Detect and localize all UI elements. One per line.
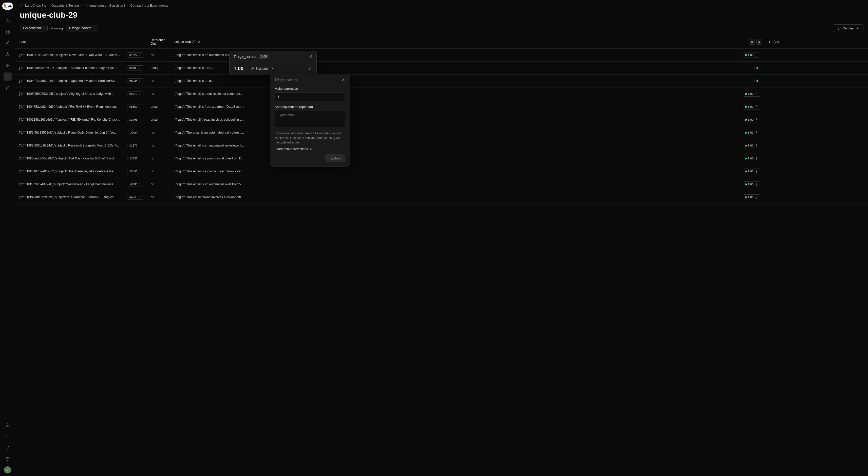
status-dot-icon [756, 80, 758, 82]
more-icon[interactable]: ⋮ [755, 105, 758, 109]
input-text: {"id":"18ff8ceddb5b3a9d","subject":"Get … [19, 157, 125, 160]
hash-chip[interactable]: #b35e [127, 104, 144, 109]
nav-datasets-icon[interactable] [4, 72, 12, 81]
explanation-textarea[interactable] [275, 111, 345, 127]
column-header-input[interactable]: Input [15, 35, 147, 49]
reference-cell: no [147, 191, 171, 204]
more-icon[interactable]: ⋮ [755, 53, 758, 57]
hash-chip[interactable]: #3d96 [127, 169, 144, 174]
popover-title: Triage_correct [275, 78, 298, 82]
experiment-output: {"logic":"The email is an automated dail… [175, 131, 740, 134]
more-icon[interactable]: ⋮ [755, 170, 758, 173]
input-text: {"id":"1904c73ba96ab4ae","subject":"Upda… [19, 79, 125, 83]
input-text: {"id":"190116bc263c6e6e","subject":"RE: … [19, 118, 125, 121]
nav-play-icon[interactable] [4, 50, 12, 58]
score-chip[interactable]: 1.00⋮ [743, 130, 760, 135]
display-button[interactable]: Display [833, 24, 863, 32]
hash-chip[interactable]: #1633 [127, 156, 144, 161]
score-chip[interactable] [754, 79, 760, 83]
input-text: {"id":"18ff5b3cf24d89af","subject":"Verc… [19, 182, 125, 186]
table-row[interactable]: {"id":"190505f993931f05","subject":"Alig… [15, 87, 868, 100]
theme-toggle-icon[interactable] [4, 421, 12, 429]
update-button[interactable]: Update [325, 154, 345, 162]
score-chip[interactable]: 1.00⋮ [743, 156, 760, 161]
close-icon[interactable]: ✕ [342, 78, 345, 82]
expand-icon[interactable] [756, 39, 762, 44]
svg-point-12 [251, 67, 253, 70]
score-chip[interactable]: 1.00⋮ [743, 169, 760, 174]
score-chip[interactable]: 1.00⋮ [743, 91, 760, 96]
breadcrumb-item[interactable]: Datasets & Testing [52, 4, 79, 7]
globe-icon[interactable] [4, 455, 12, 463]
hash-chip[interactable]: #5412 [127, 91, 144, 96]
nav-rocket-icon[interactable] [4, 61, 12, 69]
table-row[interactable]: {"id":"18ff318759e9d777","subject":"Re: … [15, 165, 868, 178]
experiment-output: {"logic":"This email is a notification o… [175, 92, 740, 95]
explanation-label: Add explanation (optional) [275, 105, 345, 109]
hash-chip[interactable]: #b93b [127, 78, 144, 83]
more-icon[interactable]: ⋮ [755, 157, 758, 160]
score-chip[interactable]: 1.00⋮ [743, 117, 760, 122]
table-row[interactable]: {"id":"19049f1900321fd9","subject":"New … [15, 49, 868, 62]
input-text: {"id":"18ff2f653c16234d","subject":"Rese… [19, 144, 125, 147]
avatar[interactable]: L [4, 466, 11, 473]
nav-home-icon[interactable] [4, 17, 12, 25]
nav-pen-icon[interactable] [4, 39, 12, 47]
experiment-output: {"logic":"This email is a cold outreach … [175, 170, 740, 173]
more-icon[interactable]: ⋮ [755, 118, 758, 121]
hash-chip[interactable]: #2496 [127, 117, 144, 122]
table-row[interactable]: {"id":"18ff5b3cf24d89af","subject":"Verc… [15, 178, 868, 191]
experiment-filter-chip[interactable]: 1 experiment [20, 25, 48, 31]
table-row[interactable]: {"id":"18ff2f96c13552e8","subject":"Ramp… [15, 126, 868, 139]
hash-chip[interactable]: #1170 [127, 143, 144, 148]
input-text: {"id":"19049f1900321fd9","subject":"New … [19, 53, 125, 57]
hash-chip[interactable]: #0dcf [128, 130, 143, 135]
correction-input[interactable] [275, 92, 345, 101]
column-header-reference[interactable]: Reference Out [147, 35, 171, 49]
edit-icon[interactable] [309, 66, 312, 71]
hash-chip[interactable]: #45f5 [128, 182, 144, 187]
more-icon[interactable]: ⋮ [755, 144, 758, 147]
reference-cell: no [147, 178, 171, 191]
breadcrumb-item[interactable]: email-personal-assistant [84, 4, 125, 7]
table-row[interactable]: {"id":"18ff47d8f392d0d3","subject":"Re: … [15, 191, 868, 204]
score-chip[interactable] [754, 66, 760, 70]
close-icon[interactable]: ✕ [309, 54, 312, 59]
score-chip[interactable]: 1.00⋮ [743, 52, 760, 58]
nav-grid-icon[interactable] [4, 28, 12, 36]
score-chip[interactable]: 1.00⋮ [743, 104, 760, 110]
table-row[interactable]: {"id":"1904c73ba96ab4ae","subject":"Upda… [15, 75, 868, 87]
compare-icon[interactable] [749, 39, 755, 44]
showing-label: showing [51, 26, 63, 30]
popover-score: 1.00 [234, 66, 247, 71]
nav-chat-icon[interactable] [4, 84, 12, 92]
docs-icon[interactable] [4, 444, 12, 452]
more-icon[interactable]: ⋮ [755, 92, 758, 95]
table-row[interactable]: {"id":"190509c4c2eb6126","subject":"Sequ… [15, 62, 868, 75]
more-icon[interactable]: ⋮ [755, 131, 758, 134]
experiment-output: {"logic":"This email is an automated new… [175, 144, 740, 147]
score-chip[interactable]: 1.00⋮ [743, 181, 760, 187]
make-correction-label: Make correction [275, 87, 345, 90]
table-row[interactable]: {"id":"1904752dcd24f9d0","subject":"Re: … [15, 100, 868, 113]
breadcrumb-item[interactable]: LangChain Inc [20, 4, 46, 7]
experiment-output: {"logic":"This email is a promotional of… [175, 157, 740, 160]
column-header-experiment[interactable]: unique-club-29 [171, 35, 764, 49]
column-header-add[interactable]: Add [764, 35, 868, 49]
learn-link[interactable]: Learn about corrections [270, 145, 350, 152]
evaluator-link[interactable]: Evaluator [251, 67, 273, 70]
hash-chip[interactable]: #1d27 [127, 53, 144, 58]
settings-icon[interactable] [4, 433, 12, 441]
table-row[interactable]: {"id":"190116bc263c6e6e","subject":"RE: … [15, 113, 868, 126]
table-row[interactable]: {"id":"18ff8ceddb5b3a9d","subject":"Get … [15, 152, 868, 165]
table-row[interactable]: {"id":"18ff2f653c16234d","subject":"Rese… [15, 139, 868, 152]
more-icon[interactable]: ⋮ [755, 196, 758, 199]
score-popover: Triage_correct1.00 ✕ 1.00 Evaluator [229, 51, 317, 75]
score-chip[interactable]: 1.00⋮ [743, 143, 760, 148]
more-icon[interactable]: ⋮ [755, 182, 758, 186]
tag-filter-chip[interactable]: triage_correct [66, 25, 98, 31]
score-chip[interactable]: 1.00⋮ [743, 195, 760, 200]
hash-chip[interactable]: #4e5d [127, 195, 144, 200]
breadcrumb-item[interactable]: Comparing 1 Experiments [130, 4, 168, 7]
hash-chip[interactable]: #0d05 [127, 65, 144, 70]
